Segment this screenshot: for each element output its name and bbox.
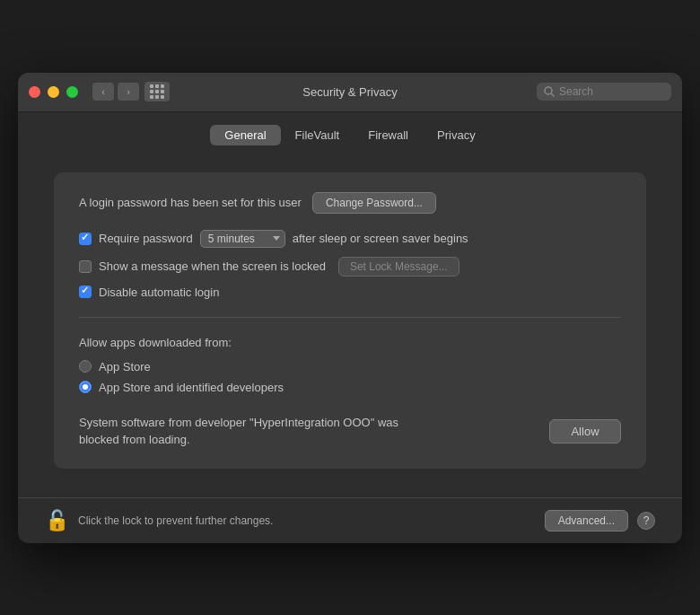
grid-button[interactable] [144, 82, 170, 101]
require-password-dropdown[interactable]: 5 minutes immediately 5 seconds 1 minute… [200, 230, 285, 248]
password-row: A login password has been set for this u… [79, 192, 621, 214]
tab-firewall[interactable]: Firewall [354, 125, 423, 145]
disable-login-label-text: Disable automatic login [99, 286, 219, 299]
divider [79, 317, 621, 318]
forward-button[interactable]: › [118, 83, 139, 101]
titlebar: ‹ › Security & Privacy [18, 73, 682, 112]
tab-filevault[interactable]: FileVault [281, 125, 354, 145]
app-store-radio-row: App Store [79, 360, 621, 373]
app-store-label: App Store [99, 360, 151, 373]
maximize-button[interactable] [66, 86, 78, 98]
app-store-identified-radio[interactable] [79, 381, 92, 393]
settings-card: A login password has been set for this u… [54, 172, 646, 469]
app-store-radio[interactable] [79, 360, 92, 373]
app-store-identified-radio-row: App Store and identified developers [79, 381, 621, 394]
show-message-label-text: Show a message when the screen is locked [99, 259, 326, 273]
svg-point-0 [545, 87, 552, 94]
require-password-row: Require password 5 minutes immediately 5… [79, 230, 621, 248]
allow-button[interactable]: Allow [549, 419, 621, 444]
app-store-identified-label: App Store and identified developers [99, 381, 284, 394]
traffic-lights [29, 86, 78, 98]
disable-login-checkbox[interactable] [79, 286, 92, 298]
main-window: ‹ › Security & Privacy General FileVault… [18, 73, 682, 543]
search-input[interactable] [559, 85, 664, 98]
blocked-message: System software from developer "HyperInt… [79, 414, 438, 449]
help-button[interactable]: ? [637, 512, 655, 530]
show-message-row: Show a message when the screen is locked… [79, 257, 621, 277]
blocked-row: System software from developer "HyperInt… [79, 410, 621, 449]
require-password-suffix: after sleep or screen saver begins [293, 232, 468, 245]
main-content: A login password has been set for this u… [18, 154, 682, 487]
search-icon [544, 86, 555, 97]
require-password-label-text: Require password [99, 232, 193, 245]
close-button[interactable] [29, 86, 40, 98]
change-password-button[interactable]: Change Password... [312, 192, 436, 214]
advanced-button[interactable]: Advanced... [545, 510, 628, 532]
grid-icon [150, 84, 164, 99]
tab-privacy[interactable]: Privacy [423, 125, 490, 145]
set-lock-message-button[interactable]: Set Lock Message... [338, 257, 459, 277]
search-box[interactable] [537, 83, 671, 101]
back-button[interactable]: ‹ [92, 83, 114, 101]
tabs-bar: General FileVault Firewall Privacy [18, 112, 682, 154]
bottom-bar: 🔓 Click the lock to prevent further chan… [18, 497, 682, 543]
svg-line-1 [552, 94, 555, 97]
minimize-button[interactable] [48, 86, 59, 98]
disable-login-row: Disable automatic login [79, 286, 621, 299]
lock-icon[interactable]: 🔓 [45, 509, 69, 532]
show-message-checkbox[interactable] [79, 260, 92, 273]
lock-text: Click the lock to prevent further change… [78, 514, 545, 527]
require-password-checkbox[interactable] [79, 233, 92, 245]
password-label: A login password has been set for this u… [79, 196, 302, 209]
tab-general[interactable]: General [210, 125, 280, 145]
nav-buttons: ‹ › [92, 83, 139, 101]
window-title: Security & Privacy [302, 85, 397, 99]
downloads-section-title: Allow apps downloaded from: [79, 336, 621, 349]
